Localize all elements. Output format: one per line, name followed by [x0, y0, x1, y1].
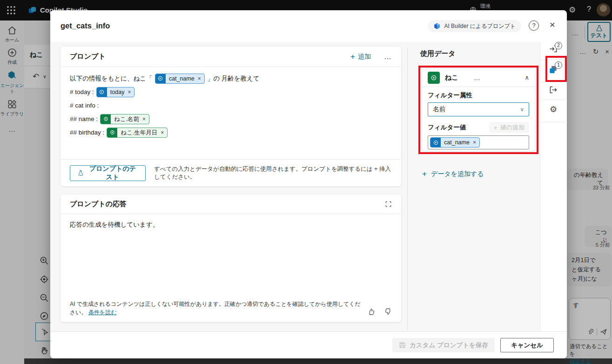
- remove-tag-icon[interactable]: ×: [471, 139, 479, 146]
- data-panel-title: 使用データ: [420, 49, 456, 58]
- add-data-link[interactable]: + データを追加する: [422, 169, 484, 179]
- data-tag-cat-birthday-column[interactable]: ねこ.生年月日 ×: [107, 128, 168, 138]
- prompt-add-button[interactable]: + 追加: [350, 52, 371, 61]
- save-icon: [399, 342, 406, 349]
- expand-icon[interactable]: [385, 201, 392, 208]
- prompt-editor[interactable]: 以下の情報をもとに、ねこ「 cat_name × 」の 月齢を教えて # tod…: [61, 67, 401, 139]
- dataverse-table-icon: [428, 72, 440, 84]
- input-variable-icon: [97, 87, 107, 97]
- dialog-close-icon[interactable]: ×: [550, 19, 555, 30]
- ai-builder-icon: [433, 22, 441, 30]
- dataverse-icon: [101, 114, 111, 124]
- save-custom-prompt-button[interactable]: カスタム プロンプトを保存: [392, 338, 495, 352]
- input-variable-icon: [155, 74, 166, 84]
- filter-value-input[interactable]: cat_name ×: [428, 135, 529, 149]
- test-prompt-button[interactable]: プロンプトのテスト: [70, 165, 146, 181]
- dialog-header: get_cats_info AI Builder によるプロンプト ? ×: [50, 10, 567, 42]
- plus-icon: +: [350, 52, 355, 61]
- prompt-card: プロンプト + 追加 … 以下の情報をもとに、ねこ「 cat_name × 」の…: [61, 47, 401, 186]
- dialog-title: get_cats_info: [61, 21, 110, 30]
- variable-tag-cat-name[interactable]: cat_name ×: [155, 74, 205, 84]
- thumbs-down-icon[interactable]: [384, 308, 392, 316]
- filter-value-tag[interactable]: cat_name ×: [430, 137, 480, 148]
- data-count-badge: 1: [555, 61, 562, 69]
- dataverse-icon: [107, 128, 117, 138]
- response-card-title: プロンプトの応答: [70, 200, 385, 209]
- remove-tag-icon[interactable]: ×: [141, 114, 149, 124]
- response-card-footer: AI で生成されるコンテンツは正しくない可能性があります。正確かつ適切であること…: [61, 300, 401, 322]
- add-value-button-disabled[interactable]: + 値の追加: [489, 122, 529, 133]
- data-source-header: ねこ … ∧: [422, 68, 535, 87]
- divider: [407, 47, 408, 330]
- response-card-header: プロンプトの応答: [61, 195, 401, 214]
- ai-disclaimer: AI で生成されるコンテンツは正しくない可能性があります。正確かつ適切であること…: [70, 300, 361, 317]
- data-source-name: ねこ: [445, 74, 458, 82]
- inputs-count-badge: 2: [555, 42, 562, 49]
- remove-tag-icon[interactable]: ×: [126, 87, 134, 97]
- variable-tag-today[interactable]: today ×: [96, 87, 135, 97]
- prompt-card-header: プロンプト + 追加 …: [61, 47, 401, 67]
- dialog-side-strip: 2 1 ⚙: [540, 42, 567, 331]
- remove-tag-icon[interactable]: ×: [159, 128, 167, 138]
- data-source-more-icon[interactable]: …: [474, 74, 481, 81]
- outputs-tab-icon[interactable]: [548, 85, 559, 96]
- plus-icon: +: [422, 169, 427, 179]
- filter-value-label: フィルター値: [428, 123, 466, 132]
- dialog-footer: カスタム プロンプトを保存 キャンセル: [50, 331, 567, 358]
- response-placeholder: 応答の生成を待機しています。: [61, 214, 401, 236]
- flask-icon: [78, 169, 84, 176]
- prompt-more-icon[interactable]: …: [384, 53, 392, 61]
- data-tag-cat-name-column[interactable]: ねこ.名前 ×: [100, 114, 149, 124]
- plus-icon: +: [494, 124, 498, 131]
- chevron-down-icon: ∨: [520, 106, 524, 113]
- prompt-card-title: プロンプト: [70, 52, 350, 61]
- filter-attribute-label: フィルター属性: [428, 91, 529, 100]
- remove-tag-icon[interactable]: ×: [196, 74, 204, 84]
- response-card: プロンプトの応答 応答の生成を待機しています。 AI で生成されるコンテンツは正…: [61, 195, 401, 322]
- collapse-chevron-icon[interactable]: ∧: [525, 74, 529, 81]
- prompt-editor-dialog: get_cats_info AI Builder によるプロンプト ? × プロ…: [50, 10, 567, 358]
- prompt-settings-gear-icon[interactable]: ⚙: [550, 104, 557, 115]
- filter-attribute-dropdown[interactable]: 名前 ∨: [428, 102, 529, 116]
- prompt-hint-text: すべての入力とデータが自動的に応答に使用されます。プロンプトを調整するには + …: [154, 165, 392, 181]
- input-variable-icon: [430, 137, 441, 148]
- thumbs-up-icon[interactable]: [368, 308, 376, 316]
- data-source-card: ねこ … ∧ フィルター属性 名前 ∨ フィルター値 + 値の追加 cat_na…: [422, 68, 535, 151]
- ai-builder-badge: AI Builder によるプロンプト: [428, 20, 521, 32]
- cancel-button[interactable]: キャンセル: [500, 338, 554, 352]
- prompt-card-footer: プロンプトのテスト すべての入力とデータが自動的に応答に使用されます。プロンプト…: [61, 159, 401, 186]
- dialog-help-icon[interactable]: ?: [529, 20, 539, 31]
- terms-link[interactable]: 条件を読む: [88, 309, 117, 316]
